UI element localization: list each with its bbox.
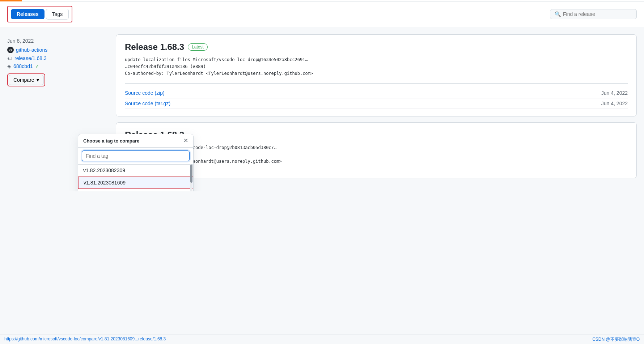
code-line-r2-1: ization files Microsoft/vscode-loc-drop@… xyxy=(125,144,628,151)
asset-row-2: Source code (tar.gz) Jun 4, 2022 xyxy=(125,98,628,109)
search-icon: 🔍 xyxy=(555,11,561,17)
assets-section-1: Source code (zip) Jun 4, 2022 Source cod… xyxy=(125,83,628,109)
dropdown-search-area xyxy=(78,148,193,165)
commit-link[interactable]: ◈ 688cbd1 ✓ xyxy=(7,63,109,69)
compare-btn-container: Compare ▾ xyxy=(7,73,45,86)
dropdown-item-2[interactable]: v1.81.2023080209 xyxy=(78,189,193,191)
header: Releases Tags 🔍 xyxy=(0,1,644,27)
check-icon: ✓ xyxy=(35,63,39,69)
tabs-container: Releases Tags xyxy=(7,6,72,22)
release-code-1: update localization files Microsoft/vsco… xyxy=(125,56,628,77)
compare-label: Compare xyxy=(13,77,34,83)
tag-icon: 🏷 xyxy=(7,55,12,61)
chevron-down-icon: ▾ xyxy=(37,77,39,83)
tag-label: release/1.68.3 xyxy=(14,55,47,61)
dropdown-item-0[interactable]: v1.82.2023082309 xyxy=(78,165,193,177)
code-line-r2-2: d233b6993885 (#884) xyxy=(125,151,628,158)
release-code-2: ization files Microsoft/vscode-loc-drop@… xyxy=(125,144,628,165)
dropdown-item-1[interactable]: v1.81.2023081609 xyxy=(78,177,193,189)
find-release-input[interactable] xyxy=(563,11,632,17)
latest-badge: Latest xyxy=(188,43,208,51)
find-release-container: 🔍 xyxy=(550,9,637,19)
release-date: Jun 8, 2022 xyxy=(7,38,109,44)
main-content: Jun 8, 2022 ⚙ github-actions 🏷 release/1… xyxy=(0,27,644,191)
dropdown-list: v1.82.2023082309 v1.81.2023081609 v1.81.… xyxy=(78,165,193,191)
compare-button[interactable]: Compare ▾ xyxy=(9,75,44,85)
github-actions-user[interactable]: ⚙ github-actions xyxy=(7,47,109,53)
tags-tab[interactable]: Tags xyxy=(46,9,69,20)
code-line-2: …c04ecfc42b9fdf391a48186 (#889) xyxy=(125,63,628,70)
release-card-2: Release 1.68.2 ization files Microsoft/v… xyxy=(116,122,637,179)
asset-zip-link[interactable]: Source code (zip) xyxy=(125,90,165,96)
asset-tar-link[interactable]: Source code (tar.gz) xyxy=(125,101,170,106)
code-line-r2-3: by: TylerLeonhardt <TylerLeonhardt@users… xyxy=(125,158,628,165)
github-actions-icon: ⚙ xyxy=(7,47,14,53)
find-tag-input[interactable] xyxy=(82,150,190,161)
asset-zip-date: Jun 4, 2022 xyxy=(601,90,628,96)
release-card-1: Release 1.68.3 Latest update localizatio… xyxy=(116,34,637,116)
commit-hash: 688cbd1 xyxy=(13,63,33,69)
release-list: Release 1.68.3 Latest update localizatio… xyxy=(116,34,637,184)
username-label: github-actions xyxy=(16,47,47,53)
releases-tab[interactable]: Releases xyxy=(11,9,45,19)
compare-dropdown: Choose a tag to compare ✕ v1.82.20230823… xyxy=(78,134,194,191)
code-line-1: update localization files Microsoft/vsco… xyxy=(125,56,628,63)
dropdown-header: Choose a tag to compare ✕ xyxy=(78,134,193,148)
scrollbar-track xyxy=(190,165,192,191)
dropdown-close-button[interactable]: ✕ xyxy=(183,138,188,144)
release-name-1: Release 1.68.3 xyxy=(125,42,184,52)
code-line-3: Co-authored-by: TylerLeonhardt <TylerLeo… xyxy=(125,70,628,77)
asset-tar-date: Jun 4, 2022 xyxy=(601,101,628,106)
asset-row-1: Source code (zip) Jun 4, 2022 xyxy=(125,88,628,98)
release-title-2: Release 1.68.2 xyxy=(125,130,628,140)
scrollbar-thumb[interactable] xyxy=(190,165,192,183)
tag-link[interactable]: 🏷 release/1.68.3 xyxy=(7,55,109,61)
release-title-1: Release 1.68.3 Latest xyxy=(125,42,628,52)
dropdown-title: Choose a tag to compare xyxy=(83,138,139,144)
commit-icon: ◈ xyxy=(7,63,11,69)
